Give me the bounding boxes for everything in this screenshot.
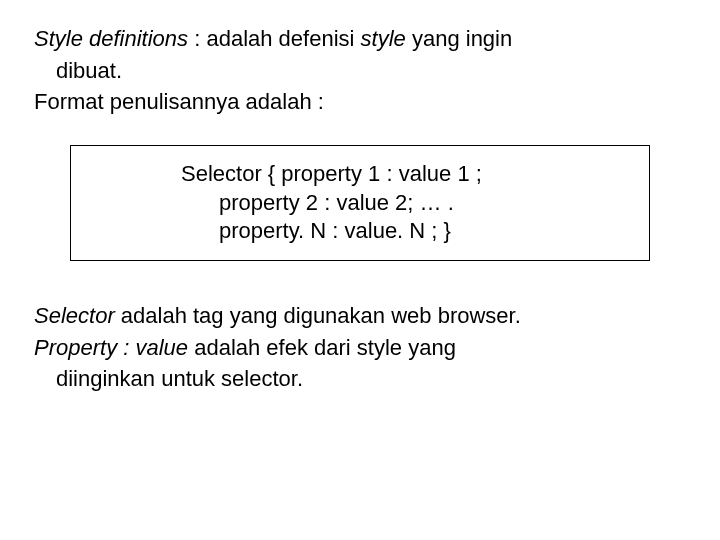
term-style-definitions: Style definitions [34, 26, 188, 51]
line-1: Style definitions : adalah defenisi styl… [34, 24, 686, 54]
line-3: Format penulisannya adalah : [34, 87, 686, 117]
paragraph-selector-property: Selector adalah tag yang digunakan web b… [34, 301, 686, 394]
text-fragment: adalah efek dari style yang [188, 335, 456, 360]
term-style: style [361, 26, 406, 51]
term-property-value: Property : value [34, 335, 188, 360]
line-2: Property : value adalah efek dari style … [34, 333, 686, 363]
text-fragment: : adalah defenisi [188, 26, 360, 51]
text-fragment: diinginkan untuk selector. [56, 366, 303, 391]
line-2: dibuat. [34, 56, 686, 86]
line-1: Selector adalah tag yang digunakan web b… [34, 301, 686, 331]
text-fragment: dibuat. [56, 58, 122, 83]
line-3: diinginkan untuk selector. [34, 364, 686, 394]
term-selector: Selector [34, 303, 115, 328]
syntax-box: Selector { property 1 : value 1 ; proper… [70, 145, 650, 261]
code-line-2: property 2 : value 2; … . [81, 189, 639, 218]
code-line-1: Selector { property 1 : value 1 ; [81, 160, 639, 189]
code-line-3: property. N : value. N ; } [81, 217, 639, 246]
text-fragment: adalah tag yang digunakan web browser. [115, 303, 521, 328]
text-fragment: yang ingin [406, 26, 512, 51]
paragraph-style-definitions: Style definitions : adalah defenisi styl… [34, 24, 686, 117]
text-fragment: Format penulisannya adalah : [34, 89, 324, 114]
